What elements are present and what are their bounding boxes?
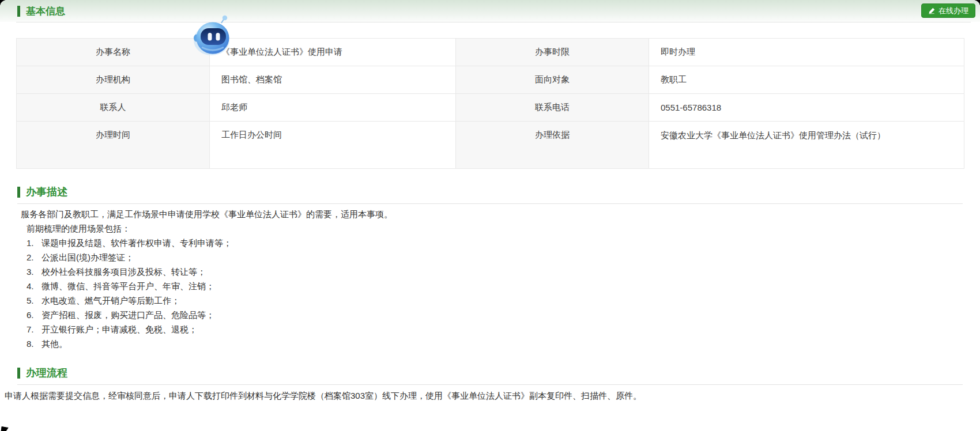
field-value: 0551-65786318 xyxy=(649,94,964,122)
list-item-number: 4. xyxy=(27,279,36,293)
field-value: 即时办理 xyxy=(649,39,964,66)
header-divider xyxy=(16,22,971,22)
field-label: 联系人 xyxy=(17,94,210,122)
list-item-number: 7. xyxy=(27,322,36,337)
heading-accent-bar xyxy=(17,6,20,17)
online-apply-label: 在线办理 xyxy=(938,6,968,16)
process-text: 申请人根据需要提交信息，经审核同意后，申请人下载打印件到材料与化学学院楼（档案馆… xyxy=(5,388,974,403)
field-value: 《事业单位法人证书》使用申请 xyxy=(210,39,456,66)
description-intro: 服务各部门及教职工，满足工作场景中申请使用学校《事业单位法人证书》的需要，适用本… xyxy=(21,207,980,221)
list-item-text: 水电改造、燃气开销户等后勤工作； xyxy=(42,293,180,308)
basic-info-table: 办事名称 《事业单位法人证书》使用申请 办事时限 即时办理 办理机构 图书馆、档… xyxy=(16,38,964,169)
process-section-heading: 办理流程 xyxy=(17,366,980,380)
description-body: 服务各部门及教职工，满足工作场景中申请使用学校《事业单位法人证书》的需要，适用本… xyxy=(0,207,980,351)
heading-accent-bar xyxy=(17,368,20,379)
field-label: 面向对象 xyxy=(456,66,649,94)
list-item-text: 公派出国(境)办理签证； xyxy=(42,250,134,264)
table-row: 办理时间 工作日办公时间 办理依据 安徽农业大学《事业单位法人证书》使用管理办法… xyxy=(17,122,964,169)
list-item-number: 1. xyxy=(27,236,36,250)
list-item-text: 开立银行账户；申请减税、免税、退税； xyxy=(42,322,197,337)
process-title: 办理流程 xyxy=(26,366,67,380)
description-section-heading: 办事描述 xyxy=(17,185,980,199)
basic-info-title: 基本信息 xyxy=(26,5,65,18)
list-item: 4. 微博、微信、抖音等平台开户、年审、注销； xyxy=(27,279,980,293)
field-label: 办事时限 xyxy=(456,39,649,66)
field-value: 图书馆、档案馆 xyxy=(210,66,456,94)
field-label: 办理机构 xyxy=(17,66,210,94)
field-value: 安徽农业大学《事业单位法人证书》使用管理办法（试行） xyxy=(649,122,964,169)
field-label: 办事名称 xyxy=(17,39,210,66)
field-value: 邱老师 xyxy=(210,94,456,122)
field-label: 办理时间 xyxy=(17,122,210,169)
description-scenarios-intro: 前期梳理的使用场景包括： xyxy=(27,221,980,236)
heading-accent-bar xyxy=(17,187,20,198)
list-item-text: 其他。 xyxy=(42,337,67,351)
field-value: 教职工 xyxy=(649,66,964,94)
list-item-text: 校外社会科技服务项目涉及投标、转让等； xyxy=(42,264,206,279)
basic-info-header: 基本信息 在线办理 xyxy=(0,0,980,22)
list-item-number: 6. xyxy=(27,308,36,322)
list-item-text: 资产招租、报废，购买进口产品、危险品等； xyxy=(42,308,214,322)
field-label: 联系电话 xyxy=(456,94,649,122)
description-title: 办事描述 xyxy=(26,185,67,199)
robot-assistant-icon[interactable] xyxy=(193,14,233,56)
section-divider xyxy=(17,384,963,385)
list-item-number: 2. xyxy=(27,250,36,264)
table-row: 办理机构 图书馆、档案馆 面向对象 教职工 xyxy=(17,66,964,94)
field-label: 办理依据 xyxy=(456,122,649,169)
list-item: 2. 公派出国(境)办理签证； xyxy=(27,250,980,264)
list-item-number: 8. xyxy=(27,337,36,351)
section-divider xyxy=(17,203,963,204)
mouse-cursor xyxy=(1,426,8,431)
list-item-number: 5. xyxy=(27,293,36,308)
list-item-text: 微博、微信、抖音等平台开户、年审、注销； xyxy=(42,279,214,293)
list-item: 8. 其他。 xyxy=(27,337,980,351)
pencil-icon xyxy=(928,7,936,14)
list-item: 7. 开立银行账户；申请减税、免税、退税； xyxy=(27,322,980,337)
list-item: 1. 课题申报及结题、软件著作权申请、专利申请等； xyxy=(27,236,980,250)
list-item: 5. 水电改造、燃气开销户等后勤工作； xyxy=(27,293,980,308)
page-card: 基本信息 在线办理 xyxy=(0,0,980,431)
list-item: 6. 资产招租、报废，购买进口产品、危险品等； xyxy=(27,308,980,322)
field-value: 工作日办公时间 xyxy=(210,122,456,169)
online-apply-button[interactable]: 在线办理 xyxy=(921,3,975,18)
list-item: 3. 校外社会科技服务项目涉及投标、转让等； xyxy=(27,264,980,279)
table-row: 办事名称 《事业单位法人证书》使用申请 办事时限 即时办理 xyxy=(17,39,964,66)
list-item-text: 课题申报及结题、软件著作权申请、专利申请等； xyxy=(42,236,232,250)
list-item-number: 3. xyxy=(27,264,36,279)
table-row: 联系人 邱老师 联系电话 0551-65786318 xyxy=(17,94,964,122)
